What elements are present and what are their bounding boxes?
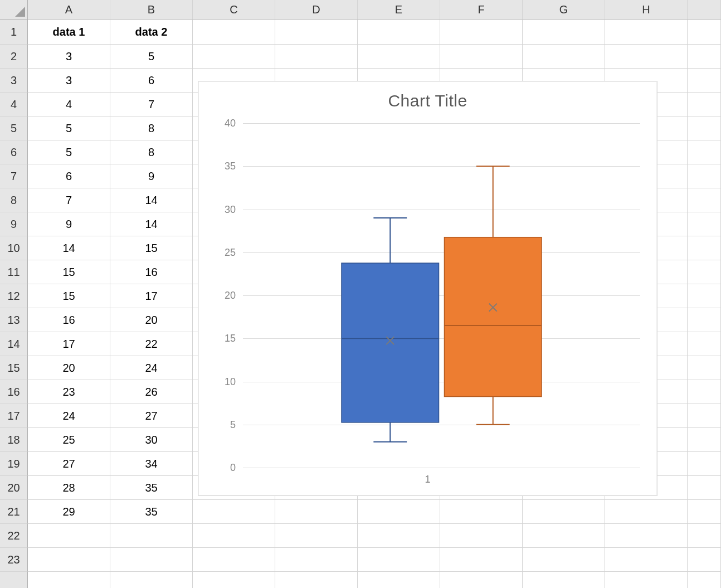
- row-header-22[interactable]: 22: [0, 524, 28, 548]
- cell-G24[interactable]: [523, 572, 605, 588]
- row-header-20[interactable]: 20: [0, 476, 28, 500]
- cell-B18[interactable]: 30: [110, 428, 193, 452]
- cell-A8[interactable]: 7: [28, 188, 110, 212]
- select-all-corner[interactable]: [0, 0, 28, 20]
- column-header-h[interactable]: H: [605, 0, 688, 20]
- row-header-5[interactable]: 5: [0, 116, 28, 140]
- cell-G21[interactable]: [523, 500, 605, 524]
- cell-B17[interactable]: 27: [110, 404, 193, 428]
- cell-B6[interactable]: 8: [110, 140, 193, 164]
- cell-B16[interactable]: 26: [110, 380, 193, 404]
- row-header-2[interactable]: 2: [0, 45, 28, 69]
- cell-F23[interactable]: [440, 548, 523, 572]
- cell-C2[interactable]: [193, 45, 275, 69]
- cell-A24[interactable]: [28, 572, 110, 588]
- cell-A2[interactable]: 3: [28, 45, 110, 69]
- cell-A12[interactable]: 15: [28, 284, 110, 308]
- cell-D23[interactable]: [275, 548, 358, 572]
- cell-B13[interactable]: 20: [110, 308, 193, 332]
- cell-A6[interactable]: 5: [28, 140, 110, 164]
- row-header-24[interactable]: [0, 572, 28, 588]
- row-header-19[interactable]: 19: [0, 452, 28, 476]
- cell-B1[interactable]: data 2: [110, 20, 193, 45]
- cell-F1[interactable]: [440, 20, 523, 45]
- cell-B3[interactable]: 6: [110, 69, 193, 93]
- row-header-11[interactable]: 11: [0, 260, 28, 284]
- row-header-16[interactable]: 16: [0, 380, 28, 404]
- cell-D1[interactable]: [275, 20, 358, 45]
- cell-A14[interactable]: 17: [28, 332, 110, 356]
- cell-A23[interactable]: [28, 548, 110, 572]
- cell-B5[interactable]: 8: [110, 116, 193, 140]
- cell-D2[interactable]: [275, 45, 358, 69]
- cell-H23[interactable]: [605, 548, 688, 572]
- row-header-4[interactable]: 4: [0, 93, 28, 116]
- cell-B22[interactable]: [110, 524, 193, 548]
- cell-B12[interactable]: 17: [110, 284, 193, 308]
- cell-B8[interactable]: 14: [110, 188, 193, 212]
- row-header-6[interactable]: 6: [0, 140, 28, 164]
- row-header-8[interactable]: 8: [0, 188, 28, 212]
- cell-G1[interactable]: [523, 20, 605, 45]
- column-header-d[interactable]: D: [275, 0, 358, 20]
- cell-G23[interactable]: [523, 548, 605, 572]
- row-header-9[interactable]: 9: [0, 212, 28, 236]
- cell-E21[interactable]: [358, 500, 440, 524]
- cell-G22[interactable]: [523, 524, 605, 548]
- row-header-21[interactable]: 21: [0, 500, 28, 524]
- cell-A16[interactable]: 23: [28, 380, 110, 404]
- cell-B10[interactable]: 15: [110, 236, 193, 260]
- cell-B14[interactable]: 22: [110, 332, 193, 356]
- cell-F22[interactable]: [440, 524, 523, 548]
- cell-B19[interactable]: 34: [110, 452, 193, 476]
- cell-A5[interactable]: 5: [28, 116, 110, 140]
- cell-H22[interactable]: [605, 524, 688, 548]
- cell-B23[interactable]: [110, 548, 193, 572]
- column-header-e[interactable]: E: [358, 0, 440, 20]
- row-header-18[interactable]: 18: [0, 428, 28, 452]
- cell-A3[interactable]: 3: [28, 69, 110, 93]
- cell-E22[interactable]: [358, 524, 440, 548]
- cell-G2[interactable]: [523, 45, 605, 69]
- cell-A21[interactable]: 29: [28, 500, 110, 524]
- row-header-23[interactable]: 23: [0, 548, 28, 572]
- cell-E24[interactable]: [358, 572, 440, 588]
- column-header-a[interactable]: A: [28, 0, 110, 20]
- cell-A10[interactable]: 14: [28, 236, 110, 260]
- cell-A11[interactable]: 15: [28, 260, 110, 284]
- cell-B4[interactable]: 7: [110, 93, 193, 116]
- row-header-12[interactable]: 12: [0, 284, 28, 308]
- cell-B20[interactable]: 35: [110, 476, 193, 500]
- cell-A18[interactable]: 25: [28, 428, 110, 452]
- cell-A22[interactable]: [28, 524, 110, 548]
- row-header-14[interactable]: 14: [0, 332, 28, 356]
- row-header-15[interactable]: 15: [0, 356, 28, 380]
- cell-H2[interactable]: [605, 45, 688, 69]
- cell-H24[interactable]: [605, 572, 688, 588]
- row-header-3[interactable]: 3: [0, 69, 28, 93]
- cell-A9[interactable]: 9: [28, 212, 110, 236]
- cell-A4[interactable]: 4: [28, 93, 110, 116]
- column-header-g[interactable]: G: [523, 0, 605, 20]
- cell-D24[interactable]: [275, 572, 358, 588]
- cell-B7[interactable]: 9: [110, 164, 193, 188]
- cell-A19[interactable]: 27: [28, 452, 110, 476]
- row-header-17[interactable]: 17: [0, 404, 28, 428]
- cell-A17[interactable]: 24: [28, 404, 110, 428]
- cell-F21[interactable]: [440, 500, 523, 524]
- cell-A1[interactable]: data 1: [28, 20, 110, 45]
- cell-A13[interactable]: 16: [28, 308, 110, 332]
- cell-C24[interactable]: [193, 572, 275, 588]
- cell-B2[interactable]: 5: [110, 45, 193, 69]
- chart-container[interactable]: Chart Title 0510152025303540 1: [198, 81, 657, 496]
- cell-H21[interactable]: [605, 500, 688, 524]
- cell-C23[interactable]: [193, 548, 275, 572]
- cell-E1[interactable]: [358, 20, 440, 45]
- cell-C22[interactable]: [193, 524, 275, 548]
- cell-B15[interactable]: 24: [110, 356, 193, 380]
- cell-C21[interactable]: [193, 500, 275, 524]
- row-header-7[interactable]: 7: [0, 164, 28, 188]
- cell-A7[interactable]: 6: [28, 164, 110, 188]
- cell-B21[interactable]: 35: [110, 500, 193, 524]
- cell-D21[interactable]: [275, 500, 358, 524]
